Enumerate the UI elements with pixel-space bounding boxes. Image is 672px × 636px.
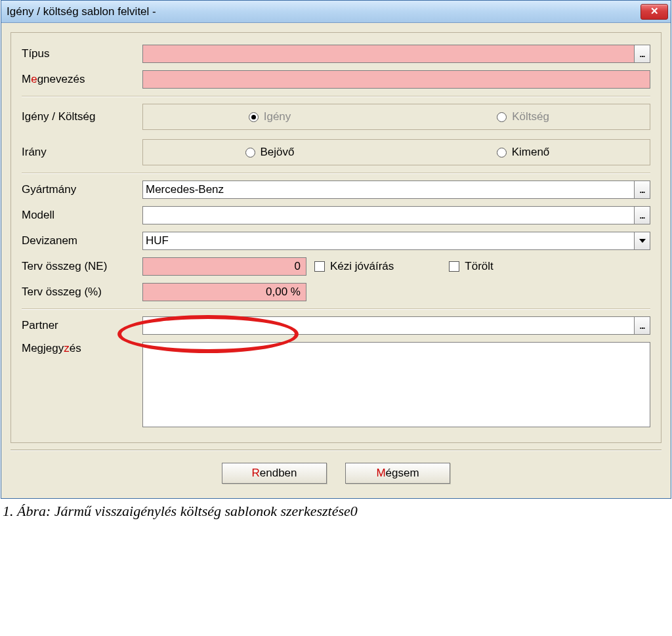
close-icon: ✕	[650, 5, 659, 16]
field-terv-ne-value: 0	[295, 260, 301, 273]
label-modell: Modell	[22, 209, 142, 222]
lookup-modell-button[interactable]: ...	[634, 207, 650, 224]
label-devizanem: Devizanem	[22, 234, 142, 247]
field-gyartmany-value: Mercedes-Benz	[146, 183, 634, 196]
row-modell: Modell ...	[22, 206, 650, 224]
label-megnevezes: Megnevezés	[22, 73, 142, 86]
cancel-button[interactable]: Mégsem	[345, 463, 450, 484]
dropdown-devizanem-button[interactable]	[634, 232, 650, 249]
field-terv-pct[interactable]: 0,00 %	[142, 283, 306, 301]
field-devizanem-value: HUF	[146, 234, 634, 247]
divider	[22, 308, 650, 310]
divider	[22, 173, 650, 174]
check-torolt-label: Törölt	[465, 260, 493, 273]
field-partner[interactable]: ...	[142, 316, 650, 335]
label-irany: Irány	[22, 146, 142, 159]
label-tipus: Típus	[22, 47, 142, 60]
radio-icon	[497, 112, 507, 122]
label-igeny-koltseg: Igény / Költség	[22, 110, 142, 123]
field-gyartmany[interactable]: Mercedes-Benz ...	[142, 180, 650, 199]
radio-igeny[interactable]: Igény	[143, 110, 396, 123]
divider	[22, 96, 650, 97]
radio-icon	[245, 148, 255, 158]
row-devizanem: Devizanem HUF	[22, 232, 650, 250]
label-terv-ne: Terv összeg (NE)	[22, 260, 142, 273]
titlebar[interactable]: Igény / költség sablon felvitel - ✕	[1, 1, 671, 23]
field-modell[interactable]: ...	[142, 206, 650, 224]
field-tipus[interactable]: ...	[142, 45, 650, 63]
checkbox-icon	[449, 261, 459, 272]
row-megnevezes: Megnevezés	[22, 70, 650, 89]
row-terv-ne: Terv összeg (NE) 0 Kézi jóváírás Törölt	[22, 257, 650, 276]
radio-kimeno-label: Kimenő	[512, 146, 550, 159]
radio-icon	[497, 148, 507, 158]
field-devizanem[interactable]: HUF	[142, 232, 650, 250]
row-tipus: Típus ...	[22, 45, 650, 63]
row-gyartmany: Gyártmány Mercedes-Benz ...	[22, 180, 650, 199]
lookup-partner-button[interactable]: ...	[634, 317, 650, 334]
ok-button[interactable]: Rendben	[222, 463, 327, 484]
row-igeny-koltseg: Igény / Költség Igény Költség	[22, 104, 650, 130]
dialog-window: Igény / költség sablon felvitel - ✕ Típu…	[1, 0, 671, 499]
check-kezi[interactable]: Kézi jóváírás	[314, 260, 394, 273]
radio-bejovo[interactable]: Bejövő	[143, 146, 396, 159]
field-megnevezes[interactable]	[142, 70, 650, 89]
radiogroup-igeny-koltseg: Igény Költség	[142, 104, 650, 130]
lookup-gyartmany-button[interactable]: ...	[634, 181, 650, 198]
row-irany: Irány Bejövő Kimenő	[22, 139, 650, 165]
radio-igeny-label: Igény	[264, 110, 291, 123]
row-terv-pct: Terv összeg (%) 0,00 %	[22, 283, 650, 301]
label-gyartmany: Gyártmány	[22, 183, 142, 196]
radio-koltseg-label: Költség	[512, 110, 549, 123]
field-megjegyzes[interactable]	[142, 342, 650, 427]
check-torolt[interactable]: Törölt	[449, 260, 493, 273]
checkbox-icon	[314, 261, 325, 272]
window-title: Igény / költség sablon felvitel -	[7, 5, 156, 18]
radio-icon	[249, 112, 259, 122]
check-kezi-label: Kézi jóváírás	[330, 260, 394, 273]
label-megjegyzes: Megjegyzés	[22, 342, 142, 355]
radiogroup-irany: Bejövő Kimenő	[142, 139, 650, 165]
label-partner: Partner	[22, 319, 142, 332]
radio-kimeno[interactable]: Kimenő	[396, 146, 650, 159]
label-terv-pct: Terv összeg (%)	[22, 286, 142, 299]
radio-bejovo-label: Bejövő	[261, 146, 295, 159]
button-bar: Rendben Mégsem	[10, 451, 662, 493]
radio-koltseg[interactable]: Költség	[396, 110, 650, 123]
client-area: Típus ... Megnevezés	[1, 23, 671, 498]
row-megjegyzes: Megjegyzés	[22, 342, 650, 427]
field-terv-ne[interactable]: 0	[142, 257, 306, 276]
lookup-tipus-button[interactable]: ...	[634, 45, 650, 62]
form-panel: Típus ... Megnevezés	[10, 32, 662, 443]
figure-caption: 1. Ábra: Jármű visszaigénylés költség sa…	[0, 499, 672, 526]
row-partner: Partner ...	[22, 316, 650, 335]
field-terv-pct-value: 0,00 %	[266, 286, 301, 299]
close-button[interactable]: ✕	[640, 4, 668, 20]
